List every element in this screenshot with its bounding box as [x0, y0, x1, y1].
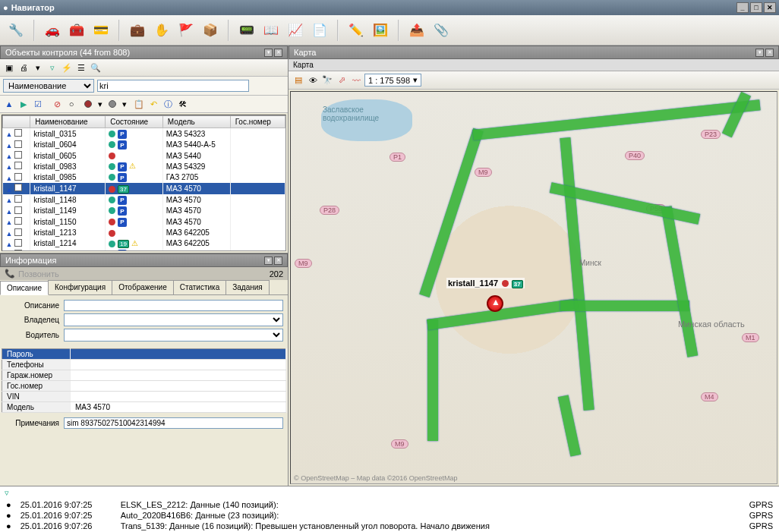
edit-icon[interactable]: ✏️: [346, 20, 366, 40]
filter-input[interactable]: [97, 80, 249, 92]
note-input[interactable]: [64, 417, 283, 429]
filter-icon[interactable]: ▿: [46, 61, 58, 74]
filter-field-select[interactable]: Наименование: [3, 79, 94, 93]
columns-icon[interactable]: ☰: [75, 61, 87, 74]
copy-icon[interactable]: 📋: [133, 98, 145, 110]
print-icon[interactable]: 🖨: [17, 61, 30, 74]
measure-icon[interactable]: 〰: [350, 74, 362, 87]
log-filter-icon[interactable]: ▿: [0, 486, 779, 499]
table-row[interactable]: ▲ kristall_1148 P МАЗ 4570: [3, 194, 285, 206]
props-table[interactable]: ПарольТелефоныГараж.номерГос.номерVINМод…: [2, 348, 286, 413]
prop-row[interactable]: Гараж.номер: [2, 370, 286, 381]
owner-select[interactable]: [64, 313, 283, 326]
maximize-button[interactable]: □: [750, 2, 762, 13]
table-row[interactable]: ▲ kristall_0605 МАЗ 5440: [3, 150, 285, 161]
table-row[interactable]: ▲ kristall_1250 P ГАЗ 3302: [3, 249, 285, 252]
table-row[interactable]: ▲ kristall_1214 19 ⚠МАЗ 642205: [3, 238, 285, 249]
route-icon[interactable]: ⬀: [336, 74, 348, 87]
document-icon[interactable]: 📄: [310, 20, 330, 40]
desc-input[interactable]: [64, 300, 283, 311]
dropdown-icon[interactable]: ▾: [32, 61, 44, 74]
table-row[interactable]: ▲ kristall_1213 МАЗ 642205: [3, 228, 285, 238]
car-icon[interactable]: 🚗: [43, 20, 62, 40]
column-header[interactable]: Состояние: [106, 116, 163, 128]
prop-row[interactable]: Пароль: [2, 349, 286, 360]
column-header[interactable]: Модель: [162, 116, 230, 128]
color-dropdown[interactable]: ▾: [94, 98, 106, 110]
table-row[interactable]: ▲ kristall_0315 P МАЗ 54323: [3, 128, 285, 140]
table-row[interactable]: ▲ kristall_0983 P ⚠МАЗ 54329: [3, 161, 285, 172]
tab-Описание[interactable]: Описание: [0, 281, 49, 295]
prop-row[interactable]: Гос.номер: [2, 381, 286, 392]
export-icon[interactable]: 📤: [407, 20, 427, 40]
table-row[interactable]: ▲ kristall_1150 P МАЗ 4570: [3, 216, 285, 228]
briefcase-icon[interactable]: 💼: [128, 20, 147, 40]
eye-icon[interactable]: 👁: [307, 74, 319, 87]
prop-row[interactable]: VIN: [2, 392, 286, 402]
route-badge: M1: [742, 333, 759, 342]
map-pin-icon[interactable]: ▾: [755, 49, 764, 57]
map-close-icon[interactable]: ✕: [765, 49, 774, 57]
tri-icon[interactable]: ▲: [3, 98, 15, 110]
picture-icon[interactable]: 🖼️: [371, 20, 390, 40]
prop-row[interactable]: МодельМАЗ 4570: [2, 402, 286, 413]
binoculars-icon[interactable]: 🔭: [321, 74, 333, 87]
color-grey[interactable]: [109, 100, 116, 108]
call-label[interactable]: Позвонить: [18, 269, 59, 279]
column-header[interactable]: [3, 116, 30, 128]
hand-icon[interactable]: ✋: [152, 20, 172, 40]
toolbox-icon[interactable]: 🧰: [67, 20, 87, 40]
find-icon[interactable]: 🔍: [90, 61, 102, 74]
check-icon[interactable]: ☑: [32, 98, 44, 110]
chart-icon[interactable]: 📈: [285, 20, 305, 40]
tab-Отображение[interactable]: Отображение: [112, 280, 174, 294]
panel-close-icon[interactable]: ✕: [274, 49, 282, 57]
log-row[interactable]: ●25.01.2016 9:07:25Auto_2020B416B6: Данн…: [0, 510, 779, 521]
scale-dropdown-icon[interactable]: ▾: [413, 75, 418, 85]
phone-icon[interactable]: 📞: [5, 269, 15, 279]
log-panel[interactable]: ▿ ●25.01.2016 9:07:25ELSK_LES_2212: Данн…: [0, 486, 779, 532]
tab-Задания[interactable]: Задания: [226, 280, 270, 294]
close-button[interactable]: ✕: [764, 2, 776, 13]
scale-box[interactable]: 1 : 175 598 ▾: [364, 74, 421, 87]
play-icon[interactable]: ▶: [17, 98, 30, 110]
info-pin-icon[interactable]: ▾: [264, 257, 273, 265]
layers-icon[interactable]: ▤: [292, 74, 304, 87]
objects-table[interactable]: НаименованиеСостояниеМодельГос.номер ▲ k…: [2, 115, 286, 251]
table-row[interactable]: ▲ kristall_1149 P МАЗ 4570: [3, 206, 285, 217]
tab-Конфигурация[interactable]: Конфигурация: [48, 280, 112, 294]
box-icon[interactable]: 📦: [200, 20, 220, 40]
color-dropdown2[interactable]: ▾: [118, 98, 131, 110]
table-row[interactable]: ▲ kristall_0985 P ГАЗ 2705: [3, 172, 285, 184]
expand-icon[interactable]: ▣: [3, 61, 15, 74]
map-canvas[interactable]: P1 P28 M9 M9 P40 P23 M1 M4 P58 M9 krista…: [290, 91, 777, 484]
route-badge: M9: [295, 259, 312, 268]
column-header[interactable]: Гос.номер: [230, 116, 285, 128]
prop-row[interactable]: Телефоны: [2, 360, 286, 370]
tool-icon[interactable]: 🛠: [176, 98, 188, 110]
book-icon[interactable]: 📖: [261, 20, 281, 40]
table-row[interactable]: ▲ kristall_0604 P МАЗ 5440-А-5: [3, 140, 285, 151]
card-icon[interactable]: 💳: [91, 20, 111, 40]
driver-select[interactable]: [64, 329, 283, 342]
attach-icon[interactable]: 📎: [431, 20, 451, 40]
gauge-icon[interactable]: 📟: [237, 20, 257, 40]
panel-pin-icon[interactable]: ▾: [264, 49, 273, 57]
tab-Статистика[interactable]: Статистика: [173, 280, 227, 294]
info-tabs: ОписаниеКонфигурацияОтображениеСтатистик…: [0, 280, 288, 295]
info-close-icon[interactable]: ✕: [274, 257, 282, 265]
vehicle-marker[interactable]: [487, 295, 503, 312]
stop-icon[interactable]: ⊘: [51, 98, 63, 110]
log-row[interactable]: ●25.01.2016 9:07:26Trans_5139: Данные (1…: [0, 521, 779, 531]
clear-icon[interactable]: ○: [65, 98, 77, 110]
table-row[interactable]: ▲ kristall_1147 37 МАЗ 4570: [3, 183, 285, 194]
lightning-icon[interactable]: ⚡: [61, 61, 73, 74]
color-darkred[interactable]: [84, 100, 92, 108]
column-header[interactable]: Наименование: [30, 116, 106, 128]
flag-icon[interactable]: 🚩: [176, 20, 196, 40]
undo-icon[interactable]: ↶: [147, 98, 159, 110]
info-icon[interactable]: ⓘ: [162, 98, 174, 110]
log-row[interactable]: ●25.01.2016 9:07:25ELSK_LES_2212: Данные…: [0, 499, 779, 510]
settings-icon[interactable]: 🔧: [6, 20, 26, 40]
minimize-button[interactable]: _: [736, 2, 749, 13]
